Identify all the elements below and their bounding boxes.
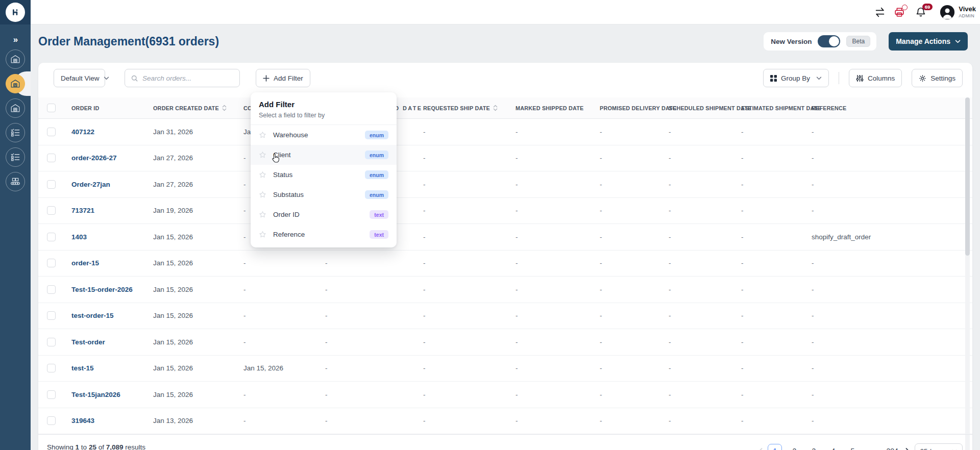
row-checkbox[interactable] (47, 206, 56, 215)
cell: - (423, 286, 516, 293)
cell: - (243, 312, 325, 319)
select-all-checkbox[interactable] (47, 104, 56, 112)
group-by-button[interactable]: Group By (763, 69, 829, 87)
table-header: ORDER IDORDER CREATED DATECONFIRMED DATE… (38, 97, 972, 119)
order-id-link[interactable]: 713721 (71, 207, 94, 214)
page-size-select[interactable]: 25 / page (915, 443, 963, 450)
order-id-link[interactable]: Test-15jan2026 (71, 391, 120, 398)
sidebar-item-2[interactable] (0, 98, 31, 123)
cell: - (600, 312, 669, 319)
sidebar-item-5[interactable] (0, 172, 31, 196)
row-checkbox[interactable] (47, 180, 56, 189)
app-logo[interactable] (6, 3, 25, 22)
row-checkbox[interactable] (47, 311, 56, 320)
filter-field-status[interactable]: Statusenum (251, 165, 397, 185)
sidebar: » (0, 0, 31, 450)
sidebar-item-0[interactable] (0, 49, 31, 74)
filter-field-order-id[interactable]: Order IDtext (251, 205, 397, 224)
printer-icon[interactable] (894, 7, 905, 18)
sort-icon[interactable] (222, 105, 227, 111)
next-page-icon[interactable] (905, 448, 910, 450)
view-selector[interactable]: Default View (54, 69, 105, 87)
cell: - (423, 181, 516, 188)
order-id-link[interactable]: order-2026-27 (71, 154, 117, 162)
add-filter-button[interactable]: Add Filter (256, 69, 310, 87)
star-icon[interactable] (259, 231, 266, 238)
settings-button[interactable]: Settings (912, 69, 963, 87)
cell: - (741, 154, 812, 162)
order-id-link[interactable]: test-15 (71, 364, 94, 372)
star-icon[interactable] (259, 131, 266, 139)
column-header-reference: REFERENCE (812, 105, 972, 111)
transfer-arrows-icon[interactable] (874, 7, 886, 17)
row-checkbox[interactable] (47, 338, 56, 346)
sort-icon[interactable] (493, 105, 498, 111)
warehouse-box-icon (10, 103, 21, 114)
order-id-link[interactable]: test-order-15 (71, 312, 114, 319)
search-input[interactable] (142, 74, 234, 82)
cell: - (741, 286, 812, 293)
search-box (125, 69, 240, 87)
table-row: order-2026-27Jan 27, 2026-------- (38, 145, 972, 172)
filter-field-substatus[interactable]: Substatusenum (251, 185, 397, 205)
column-header-requested-ship-date[interactable]: REQUESTED SHIP DATE (423, 105, 516, 111)
cell: - (812, 128, 972, 136)
cell: - (516, 286, 600, 293)
cell: - (669, 338, 741, 346)
filter-field-warehouse[interactable]: Warehouseenum (251, 125, 397, 145)
cell: Jan 27, 2026 (153, 181, 243, 188)
row-checkbox[interactable] (47, 285, 56, 294)
order-id-link[interactable]: order-15 (71, 259, 99, 267)
page-button-3[interactable]: 3 (806, 444, 821, 450)
row-checkbox[interactable] (47, 390, 56, 399)
sidebar-expand-button[interactable]: » (0, 35, 31, 45)
hopstack-logo-icon (10, 7, 20, 17)
star-icon[interactable] (259, 211, 266, 218)
manage-actions-button[interactable]: Manage Actions (889, 32, 968, 51)
page-button-284[interactable]: 284 (884, 444, 900, 450)
order-id-link[interactable]: 1403 (71, 233, 87, 241)
page-button-2[interactable]: 2 (787, 444, 801, 450)
user-menu[interactable]: Vivek ADMIN (940, 5, 976, 20)
new-version-label: New Version (771, 38, 812, 45)
new-version-toggle[interactable] (818, 35, 840, 47)
sidebar-item-1[interactable] (0, 74, 31, 98)
star-icon[interactable] (259, 171, 266, 179)
order-id-link[interactable]: 407122 (71, 128, 94, 136)
row-checkbox[interactable] (47, 233, 56, 241)
row-checkbox[interactable] (47, 416, 56, 425)
star-icon[interactable] (259, 191, 266, 198)
columns-button[interactable]: Columns (849, 69, 902, 87)
page-button-1[interactable]: 1 (768, 444, 782, 450)
filter-field-list: WarehouseenumClientenumStatusenumSubstat… (251, 125, 397, 244)
filter-field-client[interactable]: Clientenum (251, 145, 397, 165)
field-type-badge: enum (365, 170, 388, 179)
page-button-5[interactable]: 5 (845, 444, 860, 450)
order-id-link[interactable]: 319643 (71, 417, 94, 424)
order-id-link[interactable]: Test-15-order-2026 (71, 286, 133, 293)
cell: Jan 15, 2026 (153, 338, 243, 346)
column-header-order-created-date[interactable]: ORDER CREATED DATE (153, 105, 243, 111)
grid-icon (770, 75, 777, 82)
table-scrollbar[interactable] (965, 97, 970, 450)
cell: - (741, 259, 812, 267)
row-checkbox[interactable] (47, 154, 56, 162)
scrollbar-thumb[interactable] (965, 97, 970, 256)
order-id-link[interactable]: Test-order (71, 338, 105, 346)
page-button-4[interactable]: 4 (826, 444, 840, 450)
row-checkbox[interactable] (47, 259, 56, 267)
row-checkbox[interactable] (47, 128, 56, 136)
sidebar-item-4[interactable] (0, 147, 31, 172)
previous-page-icon[interactable] (758, 448, 763, 450)
filter-field-reference[interactable]: Referencetext (251, 224, 397, 244)
sidebar-item-3[interactable] (0, 123, 31, 147)
star-icon[interactable] (259, 151, 266, 159)
row-checkbox[interactable] (47, 364, 56, 372)
results-summary: Showing 1 to 25 of 7,089 results (47, 443, 145, 450)
order-id-link[interactable]: Order-27jan (71, 181, 110, 188)
checklist-icon (10, 127, 21, 138)
cell: - (423, 417, 516, 424)
notifications-bell-icon[interactable]: 69 (915, 7, 926, 18)
filter-dropdown-title: Add Filter (259, 100, 388, 109)
cell: - (423, 233, 516, 241)
